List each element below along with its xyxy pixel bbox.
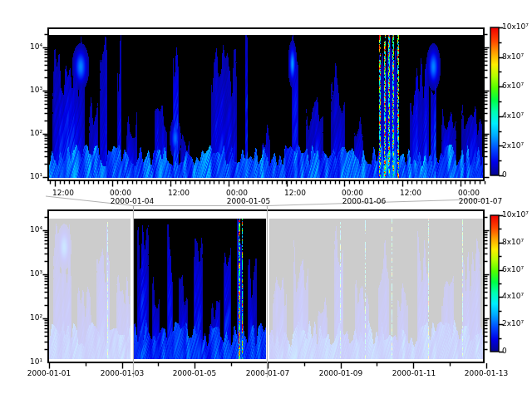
tplot-figure: 10⁴ 10³ 10² 10¹ 12:00 00:00 12:00 00:00 …	[0, 0, 532, 399]
y-tick-label: 10⁴	[15, 42, 42, 52]
colorbar-tick-label: 2x10⁷	[502, 319, 524, 328]
x-tick-time-label: 12:00	[284, 189, 306, 198]
colorbar-tick-label: 8x10⁷	[502, 52, 524, 62]
x-tick-date-label: 2000-01-06	[342, 197, 386, 206]
colorbar-tick-label: 4x10⁷	[502, 292, 524, 301]
colorbar-tick-label: 6x10⁷	[502, 265, 524, 274]
y-tick-label: 10³	[15, 269, 42, 278]
x-tick-date-label: 2000-01-07	[246, 369, 289, 378]
y-tick-label: 10³	[15, 86, 42, 95]
colorbar-tick-label: 2x10⁷	[502, 141, 524, 150]
x-tick-date-label: 2000-01-09	[319, 369, 362, 378]
x-tick-date-label: 2000-01-05	[227, 197, 270, 206]
x-tick-date-label: 2000-01-05	[173, 369, 216, 378]
y-tick-label: 10²	[15, 313, 42, 323]
colorbar-tick-label: 4x10⁷	[502, 111, 524, 121]
colorbar-tick-label: 10x10⁷	[502, 22, 529, 32]
colorbar-tick-label: 6x10⁷	[502, 81, 524, 91]
y-tick-label: 10¹	[15, 357, 42, 367]
x-tick-time-label: 12:00	[168, 189, 190, 198]
x-tick-time-label: 12:00	[400, 189, 421, 198]
x-tick-date-label: 2000-01-04	[111, 197, 154, 206]
x-tick-date-label: 2000-01-07	[459, 197, 502, 206]
x-tick-date-label: 2000-01-01	[27, 369, 71, 378]
colorbar-tick-label: 0	[502, 170, 507, 180]
y-tick-label: 10¹	[15, 172, 42, 181]
colorbar-tick-label: 8x10⁷	[502, 238, 524, 247]
x-tick-date-label: 2000-01-03	[101, 369, 144, 378]
colorbar-tick-label: 0	[502, 347, 507, 356]
y-tick-label: 10²	[15, 129, 42, 138]
x-tick-date-label: 2000-01-11	[392, 369, 436, 378]
x-tick-time-label: 12:00	[52, 189, 74, 198]
colorbar-tick-label: 10x10⁷	[502, 210, 529, 219]
x-tick-date-label: 2000-01-13	[465, 369, 508, 378]
y-tick-label: 10⁴	[15, 225, 42, 234]
